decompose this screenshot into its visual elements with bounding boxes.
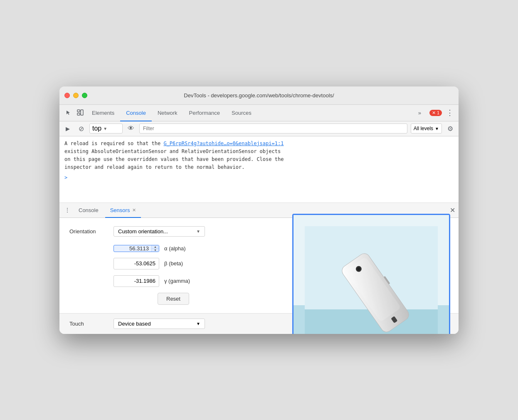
tab-elements[interactable]: Elements xyxy=(86,105,120,121)
console-message-1: A reload is required so that the G_P6rpR… xyxy=(64,140,454,148)
clear-console-button[interactable]: ▶ xyxy=(63,124,73,133)
block-icon: ⊘ xyxy=(79,125,84,133)
tab-network[interactable]: Network xyxy=(152,105,183,121)
filter-input[interactable] xyxy=(139,124,407,133)
context-value: top xyxy=(92,125,101,132)
eye-icon: 👁 xyxy=(128,125,134,132)
console-output: A reload is required so that the G_P6rpR… xyxy=(59,136,459,203)
settings-icon: ⚙ xyxy=(447,125,453,133)
svg-rect-1 xyxy=(77,113,80,115)
devtools-more-options[interactable]: ⋮ xyxy=(444,108,455,117)
sensors-panel: Orientation Custom orientation... ▼ ▲ ▼ xyxy=(59,218,459,313)
orientation-arrow-icon: ▼ xyxy=(196,229,200,234)
tab-sources[interactable]: Sources xyxy=(226,105,257,121)
orientation-row: Orientation Custom orientation... ▼ xyxy=(69,226,227,237)
traffic-lights xyxy=(64,93,87,98)
orientation-dropdown[interactable]: Custom orientation... ▼ xyxy=(113,226,205,237)
reset-button[interactable]: Reset xyxy=(158,293,189,305)
gamma-row: γ (gamma) xyxy=(113,275,227,287)
beta-input[interactable] xyxy=(113,258,159,269)
devtools-window: DevTools - developers.google.com/web/too… xyxy=(59,86,459,334)
settings-button[interactable]: ⚙ xyxy=(445,124,455,133)
svg-rect-0 xyxy=(77,110,80,112)
touch-arrow-icon: ▼ xyxy=(196,321,200,326)
touch-label: Touch xyxy=(69,321,107,327)
levels-selector[interactable]: All levels ▼ xyxy=(411,124,442,133)
inspect-icon[interactable] xyxy=(74,107,86,119)
dropdown-arrow-icon: ▼ xyxy=(103,126,107,131)
reset-button-container: Reset xyxy=(113,293,227,305)
eye-button[interactable]: 👁 xyxy=(126,124,136,133)
title-bar: DevTools - developers.google.com/web/too… xyxy=(59,86,459,105)
close-button[interactable] xyxy=(64,93,70,98)
close-sensors-tab[interactable]: ✕ xyxy=(132,208,136,213)
svg-rect-2 xyxy=(81,110,83,115)
alpha-spinner: ▲ ▼ xyxy=(151,245,159,252)
alpha-label: α (alpha) xyxy=(164,245,186,252)
block-requests-button[interactable]: ⊘ xyxy=(76,124,86,133)
console-toolbar: ▶ ⊘ top ▼ 👁 All levels ▼ ⚙ xyxy=(59,121,459,136)
play-icon: ▶ xyxy=(66,126,70,132)
alpha-input-group: ▲ ▼ xyxy=(113,245,159,252)
phone-svg xyxy=(305,226,438,334)
touch-dropdown[interactable]: Device based ▼ xyxy=(113,319,205,329)
console-message-4: inspector and reload again to return to … xyxy=(64,163,454,171)
alpha-decrement[interactable]: ▼ xyxy=(152,249,159,252)
orientation-label: Orientation xyxy=(69,228,107,235)
tab-console[interactable]: Console xyxy=(120,105,152,121)
error-icon: ✕ xyxy=(432,110,436,116)
console-message-3: on this page use the overridden values t… xyxy=(64,156,454,163)
orientation-visualizer xyxy=(292,214,450,334)
bottom-more-tabs[interactable]: ⋮ xyxy=(63,207,72,213)
viz-background xyxy=(294,215,449,334)
bottom-panel: ⋮ Console Sensors ✕ ✕ Orientation Custom… xyxy=(59,203,459,334)
maximize-button[interactable] xyxy=(82,93,87,98)
devtools-tab-bar: Elements Console Network Performance Sou… xyxy=(59,105,459,121)
sensors-form: Orientation Custom orientation... ▼ ▲ ▼ xyxy=(69,226,227,305)
error-badge[interactable]: ✕ 1 xyxy=(429,110,442,116)
tab-console-bottom[interactable]: Console xyxy=(74,203,104,218)
close-bottom-panel[interactable]: ✕ xyxy=(450,206,455,214)
tabs-right-controls: » ✕ 1 ⋮ xyxy=(412,104,455,121)
tab-sensors[interactable]: Sensors ✕ xyxy=(105,203,141,218)
alpha-increment[interactable]: ▲ xyxy=(152,245,159,249)
context-selector[interactable]: top ▼ xyxy=(89,124,123,133)
beta-row: β (beta) xyxy=(113,258,227,269)
gamma-label: γ (gamma) xyxy=(164,278,190,284)
minimize-button[interactable] xyxy=(73,93,79,98)
levels-arrow-icon: ▼ xyxy=(435,126,439,131)
tab-more[interactable]: » xyxy=(412,105,427,121)
beta-label: β (beta) xyxy=(164,260,183,267)
window-title: DevTools - developers.google.com/web/too… xyxy=(184,92,334,99)
cursor-icon[interactable] xyxy=(63,107,74,119)
alpha-row: ▲ ▼ α (alpha) xyxy=(113,245,227,252)
console-prompt[interactable]: > xyxy=(64,174,454,182)
tab-performance[interactable]: Performance xyxy=(183,105,226,121)
gamma-input[interactable] xyxy=(113,275,159,287)
console-link[interactable]: G_P6rpRSr4g?autohide…o=0&enablejsapi=1:1 xyxy=(163,141,284,146)
console-message-2: existing AbsoluteOrientationSensor and R… xyxy=(64,148,454,156)
alpha-input[interactable] xyxy=(114,245,151,252)
